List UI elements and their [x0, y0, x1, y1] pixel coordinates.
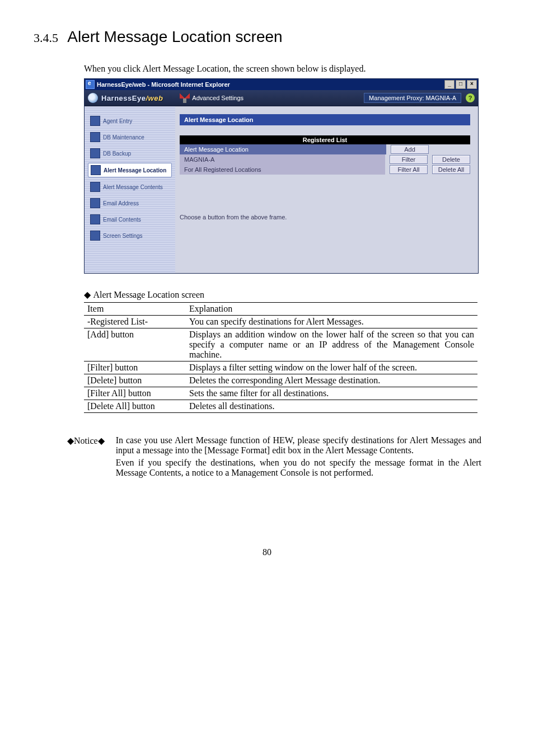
panel-title: Alert Message Location	[180, 114, 470, 125]
agent-entry-icon	[90, 116, 100, 126]
db-maintenance-icon	[90, 132, 100, 142]
sidebar-item-db-maintenance[interactable]: DB Maintenance	[88, 130, 172, 144]
help-icon[interactable]: ?	[466, 93, 475, 102]
sidebar-item-email-contents[interactable]: Email Contents	[88, 213, 172, 226]
sidebar-item-email-address[interactable]: Email Address	[88, 196, 172, 210]
table-row: [Filter] buttonDisplays a filter setting…	[84, 361, 477, 374]
minimize-button[interactable]: _	[444, 80, 455, 89]
column-header: Alert Message Location	[180, 144, 386, 154]
filter-all-button[interactable]: Filter All	[390, 165, 428, 174]
add-button[interactable]: Add	[391, 145, 429, 154]
email-address-icon	[90, 198, 100, 208]
advanced-settings-link[interactable]: Advanced Settings	[180, 93, 243, 103]
intro-text: When you click Alert Message Location, t…	[84, 64, 500, 74]
maximize-button[interactable]: □	[456, 80, 466, 89]
brand-icon	[88, 93, 98, 103]
table-caption: ◆ Alert Message Location screen	[84, 289, 500, 300]
sidebar: Agent Entry DB Maintenance DB Backup Ale…	[85, 106, 175, 273]
management-proxy-badge: Management Proxy: MAGNIA-A	[364, 93, 461, 103]
location-row-1: MAGNIA-A	[180, 154, 385, 165]
close-button[interactable]: ×	[467, 80, 477, 89]
app-window: HarnessEye/web - Microsoft Internet Expl…	[84, 78, 479, 274]
table-row: [Delete] buttonDeletes the corresponding…	[84, 374, 477, 387]
section-title: Alert Message Location screen	[67, 28, 282, 45]
window-title: HarnessEye/web - Microsoft Internet Expl…	[97, 81, 230, 88]
instruction-text: Choose a button from the above frame.	[180, 214, 470, 220]
sidebar-item-screen-settings[interactable]: Screen Settings	[88, 229, 172, 242]
registered-list-header: Registered List	[180, 135, 470, 144]
table-row: [Filter All] buttonSets the same filter …	[84, 387, 477, 400]
notice-paragraph-1: In case you use Alert Message function o…	[116, 435, 481, 456]
notice-paragraph-2: Even if you specify the destinations, wh…	[116, 458, 481, 478]
delete-button[interactable]: Delete	[432, 155, 470, 164]
alert-location-icon	[91, 165, 101, 175]
email-contents-icon	[90, 214, 100, 224]
app-topbar: HarnessEye/web Advanced Settings Managem…	[85, 90, 478, 106]
section-heading: 3.4.5 Alert Message Location screen	[34, 28, 500, 46]
filter-button[interactable]: Filter	[390, 155, 428, 164]
table-row: [Delete All] buttonDeletes all destinati…	[84, 400, 477, 413]
notice-block: ◆Notice◆ In case you use Alert Message f…	[67, 435, 481, 480]
sidebar-item-alert-message-location[interactable]: Alert Message Location	[88, 163, 172, 177]
th-explanation: Explanation	[186, 303, 477, 316]
section-number: 3.4.5	[34, 31, 58, 45]
sidebar-item-db-backup[interactable]: DB Backup	[88, 147, 172, 160]
sidebar-item-agent-entry[interactable]: Agent Entry	[88, 114, 172, 128]
table-row: [Add] buttonDisplays an addition window …	[84, 328, 477, 361]
table-row: -Registered List-You can specify destina…	[84, 316, 477, 328]
screen-settings-icon	[90, 231, 100, 241]
delete-all-button[interactable]: Delete All	[432, 165, 470, 174]
sidebar-item-alert-message-contents[interactable]: Alert Message Contents	[88, 180, 172, 194]
window-titlebar: HarnessEye/web - Microsoft Internet Expl…	[85, 79, 478, 90]
notice-label: ◆Notice◆	[67, 435, 105, 480]
page-number: 80	[34, 547, 500, 557]
main-panel: Alert Message Location Registered List A…	[175, 106, 478, 273]
location-row-all: For All Registered Locations	[180, 165, 385, 175]
ie-icon	[86, 80, 95, 89]
th-item: Item	[84, 303, 186, 316]
db-backup-icon	[90, 148, 100, 158]
tools-icon	[180, 93, 190, 103]
brand-text: HarnessEye/web	[101, 94, 163, 102]
alert-contents-icon	[90, 182, 100, 192]
explanation-table: Item Explanation -Registered List-You ca…	[84, 302, 477, 413]
